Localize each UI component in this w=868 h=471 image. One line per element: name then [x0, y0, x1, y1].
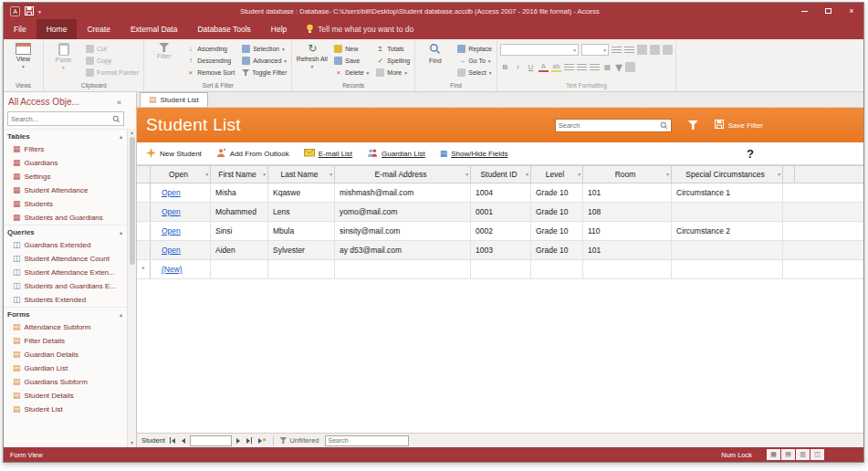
nav-search-input[interactable]	[11, 115, 112, 123]
first-record-button[interactable]	[168, 435, 177, 446]
sidebar-item-table[interactable]: ▦ Guardians	[4, 156, 127, 170]
column-header-open[interactable]: Open	[151, 166, 211, 183]
cell-student-id[interactable]: 0002	[471, 222, 531, 240]
cell-special[interactable]	[672, 241, 783, 259]
format-painter-button[interactable]: Format Painter	[84, 67, 141, 78]
toggle-filter-button[interactable]: Toggle Filter	[240, 67, 288, 78]
bullets-icon[interactable]	[612, 47, 622, 54]
column-header-room[interactable]: Room	[583, 166, 672, 183]
record-selector[interactable]	[137, 183, 151, 202]
shutter-bar-close-icon[interactable]: «	[117, 98, 123, 107]
select-button[interactable]: Select▾	[455, 67, 494, 78]
cell-first-name[interactable]: Mohammed	[211, 203, 268, 221]
add-from-outlook-button[interactable]: Add From Outlook	[216, 148, 289, 160]
align-left-icon[interactable]	[564, 64, 574, 71]
sidebar-item-form[interactable]: ▤ Filter Details	[4, 334, 127, 348]
align-center-icon[interactable]	[577, 64, 587, 71]
cut-button[interactable]: Cut	[84, 43, 141, 55]
cell-level[interactable]: Grade 10	[531, 241, 583, 259]
copy-button[interactable]: Copy	[84, 55, 141, 67]
sidebar-item-table[interactable]: ▦ Student Attendance	[4, 183, 127, 197]
tab-create[interactable]: Create	[77, 19, 120, 39]
last-record-button[interactable]	[245, 435, 254, 446]
go-to-button[interactable]: →Go To▾	[455, 55, 494, 67]
font-family-select[interactable]: ▾	[500, 44, 579, 56]
save-icon[interactable]	[25, 6, 34, 16]
highlight-color-button[interactable]: ab	[551, 63, 561, 72]
cell-last-name[interactable]: Sylvester	[268, 241, 335, 259]
spelling-button[interactable]: ✓Spelling	[374, 55, 412, 67]
open-record-link[interactable]: Open	[162, 246, 181, 255]
nav-pane-scrollbar[interactable]: ▴ ▾	[127, 129, 136, 447]
font-size-select[interactable]: ▾	[581, 44, 609, 56]
bold-button[interactable]: B	[500, 62, 510, 72]
design-view-button[interactable]: ◫	[810, 449, 824, 460]
cell-level[interactable]: Grade 10	[531, 183, 583, 202]
cell-email[interactable]: sinsity@mail.com	[335, 222, 471, 240]
maximize-button[interactable]	[816, 3, 840, 19]
form-view-button[interactable]: ▦	[767, 449, 780, 460]
cell-email[interactable]: yomo@mail.com	[335, 203, 471, 221]
tab-help[interactable]: Help	[261, 19, 297, 39]
tell-me-box[interactable]: Tell me what you want to do	[297, 19, 423, 39]
tab-external-data[interactable]: External Data	[120, 19, 188, 39]
previous-record-button[interactable]	[180, 435, 187, 446]
new-student-button[interactable]: New Student	[146, 148, 202, 160]
open-record-link[interactable]: Open	[162, 226, 181, 236]
indent-increase-icon[interactable]	[650, 45, 660, 55]
column-header-level[interactable]: Level	[531, 166, 583, 183]
datasheet-view-button[interactable]: ▤	[781, 449, 795, 460]
record-search-input[interactable]	[326, 437, 408, 444]
nav-section-header-forms[interactable]: Forms ▴	[4, 307, 127, 320]
sidebar-item-table[interactable]: ▦ Students	[4, 197, 127, 211]
cell-student-id[interactable]: 0001	[471, 203, 531, 221]
open-record-link[interactable]: Open	[162, 188, 181, 197]
font-color-button[interactable]: A	[539, 63, 549, 72]
save-record-button[interactable]: Save	[332, 55, 371, 67]
cell-last-name[interactable]: Lens	[268, 203, 335, 221]
cell-last-name[interactable]: Mbula	[268, 222, 335, 240]
new-record-selector[interactable]: *	[137, 260, 151, 278]
tab-file[interactable]: File	[4, 19, 37, 39]
sidebar-item-form[interactable]: ▤ Guardians Subform	[4, 375, 127, 389]
italic-button[interactable]: I	[513, 62, 523, 72]
cell-level[interactable]: Grade 10	[531, 203, 583, 221]
open-record-link[interactable]: Open	[162, 207, 181, 216]
cell-room[interactable]: 101	[583, 241, 672, 259]
cell-special[interactable]: Circumstance 2	[672, 222, 783, 240]
refresh-all-button[interactable]: ↻ Refresh All ▾	[295, 40, 329, 69]
filter-status[interactable]: Unfiltered	[289, 436, 319, 445]
cell-email[interactable]: mishmash@mail.com	[335, 183, 471, 202]
background-color-icon[interactable]	[625, 62, 635, 72]
numbering-icon[interactable]	[624, 47, 634, 54]
cell-special[interactable]: Circumstance 1	[672, 183, 783, 202]
new-record-link[interactable]: (New)	[162, 265, 183, 274]
scroll-down-icon[interactable]: ▾	[131, 439, 133, 447]
totals-button[interactable]: ΣTotals	[374, 43, 412, 55]
save-filter-button[interactable]: Save Filter	[715, 120, 763, 131]
cell-room[interactable]: 108	[583, 203, 672, 221]
show-hide-fields-button[interactable]: ▦ Show/Hide Fields	[440, 149, 508, 158]
sidebar-item-query[interactable]: ◫ Guardians Extended	[4, 238, 127, 252]
email-list-button[interactable]: E-mail List	[304, 148, 352, 159]
close-button[interactable]: ×	[840, 3, 863, 19]
record-selector[interactable]	[137, 203, 151, 221]
nav-section-header-tables[interactable]: Tables ▴	[4, 129, 127, 142]
column-header-email[interactable]: E-mail Address	[335, 166, 471, 183]
cell-first-name[interactable]: Misha	[211, 183, 268, 202]
qat-customize-icon[interactable]: ▾	[38, 8, 41, 15]
sidebar-item-form[interactable]: ▤ Attendance Subform	[4, 320, 127, 334]
column-header-last-name[interactable]: Last Name	[268, 166, 335, 183]
cell-student-id[interactable]: 1004	[471, 183, 531, 202]
remove-sort-button[interactable]: ×Remove Sort	[184, 67, 236, 78]
sidebar-item-query[interactable]: ◫ Students Extended	[4, 293, 127, 307]
selection-button[interactable]: Selection▾	[240, 43, 288, 55]
document-tab-student-list[interactable]: ▤ Student List	[140, 92, 208, 107]
sidebar-item-form[interactable]: ▤ Student Details	[4, 389, 127, 403]
select-all-cell[interactable]	[137, 166, 151, 183]
cell-student-id[interactable]: 1003	[471, 241, 531, 259]
paste-button[interactable]: Paste ▾	[47, 40, 80, 70]
current-record-box[interactable]	[190, 435, 232, 446]
next-record-button[interactable]	[235, 435, 242, 446]
descending-button[interactable]: ↑Descending	[184, 55, 236, 67]
